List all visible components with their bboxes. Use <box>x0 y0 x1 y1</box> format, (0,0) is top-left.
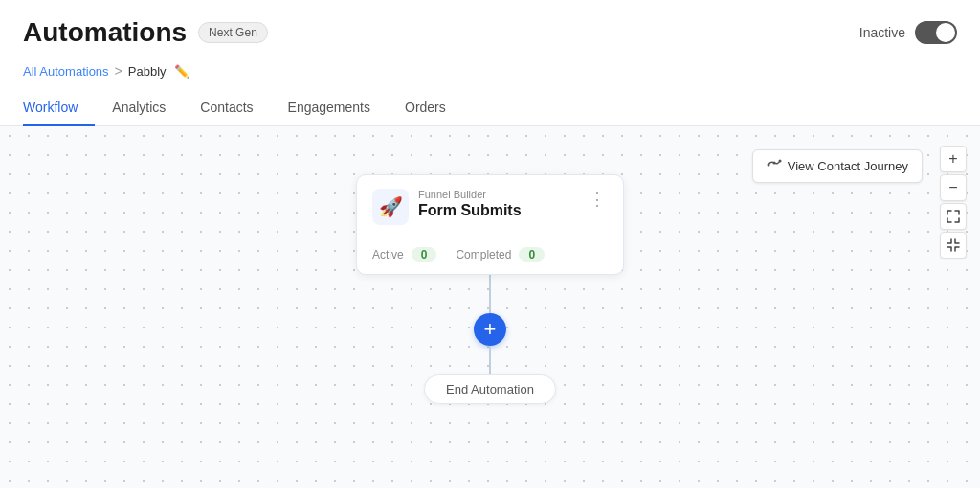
zoom-controls: + − <box>940 146 967 259</box>
end-automation-node[interactable]: End Automation <box>424 374 556 404</box>
zoom-out-button[interactable]: − <box>940 174 967 201</box>
trigger-info: Funnel Builder Form Submits <box>418 189 577 219</box>
view-contact-journey-button[interactable]: View Contact Journey <box>752 149 923 183</box>
svg-point-1 <box>772 162 775 165</box>
trigger-stats: Active 0 Completed 0 <box>372 237 608 262</box>
edit-icon[interactable]: ✏️ <box>174 64 189 79</box>
active-count-badge: 0 <box>412 247 437 262</box>
breadcrumb-current: Pabbly <box>128 64 167 79</box>
status-label: Inactive <box>859 25 905 40</box>
connector-line-2 <box>489 346 491 374</box>
journey-icon <box>767 157 782 175</box>
trigger-card[interactable]: 🚀 Funnel Builder Form Submits ⋮ Active 0… <box>356 174 624 275</box>
svg-point-2 <box>778 160 781 163</box>
trigger-event-name: Form Submits <box>418 202 577 219</box>
next-gen-badge: Next Gen <box>198 22 268 43</box>
tab-analytics[interactable]: Analytics <box>95 90 183 126</box>
tab-engagements[interactable]: Engagements <box>271 90 388 126</box>
page-title: Automations <box>23 17 187 48</box>
header: Automations Next Gen Inactive <box>0 0 980 57</box>
connector-line-1 <box>489 275 491 313</box>
active-label: Active <box>372 248 404 261</box>
workflow-canvas: View Contact Journey + − 🚀 Funnel Builde… <box>0 126 980 488</box>
svg-point-0 <box>767 164 769 167</box>
header-right: Inactive <box>859 21 957 44</box>
collapse-button[interactable] <box>940 232 967 259</box>
zoom-in-button[interactable]: + <box>940 146 967 172</box>
breadcrumb: All Automations > Pabbly ✏️ <box>0 57 980 90</box>
trigger-header: 🚀 Funnel Builder Form Submits ⋮ <box>372 189 608 225</box>
view-contact-journey-label: View Contact Journey <box>788 159 908 173</box>
fit-screen-button[interactable] <box>940 203 967 230</box>
trigger-app-name: Funnel Builder <box>418 189 577 200</box>
tab-workflow[interactable]: Workflow <box>23 90 95 126</box>
status-toggle[interactable] <box>915 21 957 44</box>
trigger-icon: 🚀 <box>372 189 409 225</box>
add-step-button[interactable]: + <box>474 313 506 346</box>
header-left: Automations Next Gen <box>23 17 268 48</box>
trigger-menu-button[interactable]: ⋮ <box>587 189 608 210</box>
completed-count-badge: 0 <box>519 247 545 262</box>
breadcrumb-separator: > <box>115 63 122 79</box>
tab-contacts[interactable]: Contacts <box>183 90 270 126</box>
breadcrumb-all-automations[interactable]: All Automations <box>23 64 109 79</box>
workflow-node: 🚀 Funnel Builder Form Submits ⋮ Active 0… <box>356 174 624 404</box>
completed-label: Completed <box>456 248 511 261</box>
tabs-bar: Workflow Analytics Contacts Engagements … <box>0 90 980 126</box>
tab-orders[interactable]: Orders <box>388 90 463 126</box>
